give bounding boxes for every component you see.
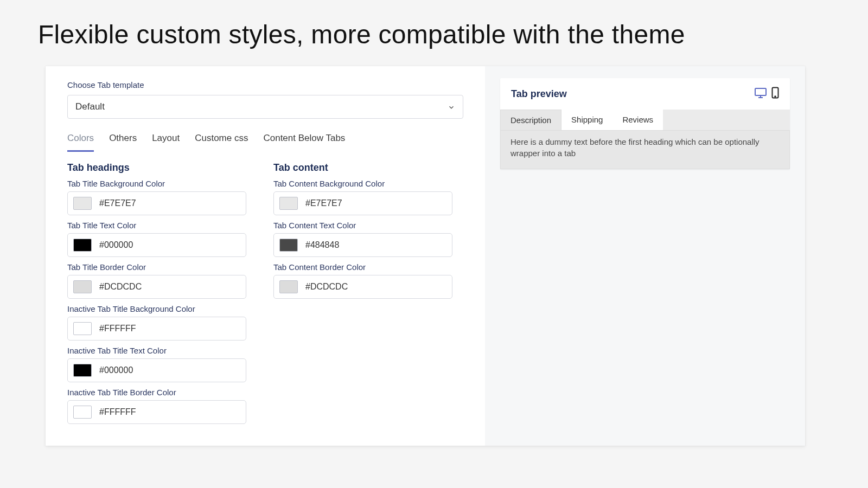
color-value: #DCDCDC bbox=[305, 282, 348, 292]
color-value: #E7E7E7 bbox=[305, 198, 342, 208]
color-value: #FFFFFF bbox=[99, 407, 136, 417]
field-label: Tab Title Border Color bbox=[67, 262, 252, 272]
field-label: Tab Content Border Color bbox=[273, 262, 458, 272]
settings-panel: Choose Tab template Default Colors Other… bbox=[46, 66, 805, 446]
preview-content: Here is a dummy text before the first he… bbox=[500, 130, 790, 169]
color-value: #000000 bbox=[99, 240, 133, 250]
preview-body: Description Shipping Reviews Here is a d… bbox=[500, 110, 790, 169]
field-label: Inactive Tab Title Text Color bbox=[67, 346, 252, 355]
tab-content-below[interactable]: Content Below Tabs bbox=[263, 131, 345, 152]
mobile-icon[interactable] bbox=[771, 87, 779, 101]
svg-rect-0 bbox=[755, 88, 766, 95]
page-headline: Flexible custom styles, more compatible … bbox=[38, 20, 685, 49]
inactive-tab-text-color-input[interactable]: #000000 bbox=[67, 358, 246, 382]
color-swatch[interactable] bbox=[73, 406, 92, 419]
color-value: #DCDCDC bbox=[99, 282, 142, 292]
tab-content-bg-color-input[interactable]: #E7E7E7 bbox=[273, 191, 452, 215]
field-label: Tab Content Background Color bbox=[273, 179, 458, 188]
tab-headings-column: Tab headings Tab Title Background Color … bbox=[67, 162, 252, 424]
settings-tabs: Colors Others Layout Custome css Content… bbox=[67, 131, 463, 152]
color-value: #E7E7E7 bbox=[99, 198, 136, 208]
inactive-tab-border-color-input[interactable]: #FFFFFF bbox=[67, 400, 246, 424]
preview-tabs: Description Shipping Reviews bbox=[500, 110, 790, 130]
inactive-tab-bg-color-input[interactable]: #FFFFFF bbox=[67, 317, 246, 341]
field-label: Tab Title Text Color bbox=[67, 221, 252, 230]
tab-headings-title: Tab headings bbox=[67, 162, 252, 174]
preview-card: Tab preview bbox=[500, 78, 790, 169]
color-swatch[interactable] bbox=[279, 197, 298, 210]
tab-content-column: Tab content Tab Content Background Color… bbox=[273, 162, 458, 424]
device-toggle bbox=[754, 87, 779, 101]
tab-content-text-color-input[interactable]: #484848 bbox=[273, 233, 452, 257]
tab-colors[interactable]: Colors bbox=[67, 131, 94, 152]
tab-layout[interactable]: Layout bbox=[152, 131, 180, 152]
field-label: Tab Title Background Color bbox=[67, 179, 252, 188]
template-label: Choose Tab template bbox=[67, 80, 463, 89]
color-swatch[interactable] bbox=[279, 280, 298, 293]
tab-custom-css[interactable]: Custome css bbox=[195, 131, 248, 152]
color-value: #000000 bbox=[99, 365, 133, 375]
field-label: Tab Content Text Color bbox=[273, 221, 458, 230]
svg-point-4 bbox=[775, 96, 776, 97]
color-swatch[interactable] bbox=[73, 322, 92, 335]
tab-content-title: Tab content bbox=[273, 162, 458, 174]
template-select[interactable]: Default bbox=[67, 95, 463, 119]
preview-tab-description[interactable]: Description bbox=[500, 110, 561, 130]
preview-tab-reviews[interactable]: Reviews bbox=[612, 110, 663, 130]
color-swatch[interactable] bbox=[279, 239, 298, 252]
color-swatch[interactable] bbox=[73, 280, 92, 293]
tab-title-bg-color-input[interactable]: #E7E7E7 bbox=[67, 191, 246, 215]
preview-title: Tab preview bbox=[511, 88, 567, 100]
chevron-down-icon bbox=[448, 103, 455, 111]
tab-others[interactable]: Others bbox=[109, 131, 137, 152]
field-label: Inactive Tab Title Border Color bbox=[67, 388, 252, 397]
preview-column: Tab preview bbox=[485, 66, 805, 446]
color-value: #FFFFFF bbox=[99, 324, 136, 333]
color-swatch[interactable] bbox=[73, 197, 92, 210]
color-value: #484848 bbox=[305, 240, 339, 250]
preview-tab-shipping[interactable]: Shipping bbox=[561, 110, 612, 130]
tab-title-border-color-input[interactable]: #DCDCDC bbox=[67, 275, 246, 299]
tab-title-text-color-input[interactable]: #000000 bbox=[67, 233, 246, 257]
color-swatch[interactable] bbox=[73, 364, 92, 377]
field-label: Inactive Tab Title Background Color bbox=[67, 304, 252, 313]
settings-form: Choose Tab template Default Colors Other… bbox=[46, 66, 485, 446]
tab-content-border-color-input[interactable]: #DCDCDC bbox=[273, 275, 452, 299]
template-select-value: Default bbox=[75, 101, 105, 112]
desktop-icon[interactable] bbox=[754, 87, 767, 101]
color-swatch[interactable] bbox=[73, 239, 92, 252]
